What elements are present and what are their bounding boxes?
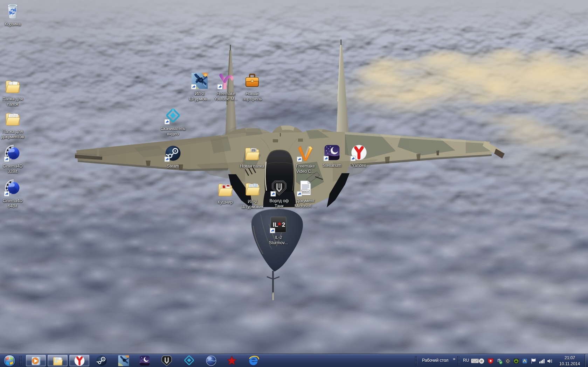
svg-text:DOCX: DOCX	[302, 191, 309, 193]
svg-text:IL: IL	[273, 221, 278, 228]
svg-text:2: 2	[282, 221, 285, 228]
